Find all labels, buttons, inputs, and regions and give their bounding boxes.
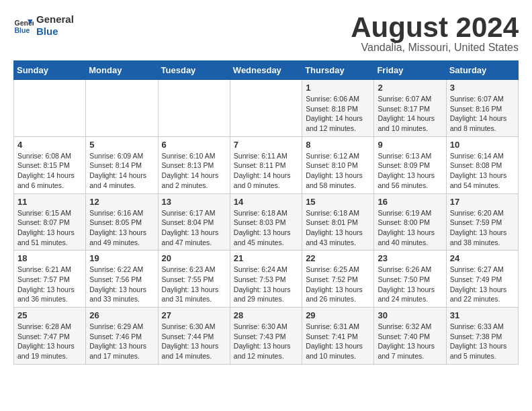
day-content: Sunrise: 6:22 AM Sunset: 7:56 PM Dayligh… xyxy=(89,265,154,304)
day-content: Sunrise: 6:16 AM Sunset: 8:05 PM Dayligh… xyxy=(89,208,154,248)
day-content: Sunrise: 6:08 AM Sunset: 8:15 PM Dayligh… xyxy=(17,151,82,191)
day-number: 30 xyxy=(378,310,442,320)
day-number: 10 xyxy=(450,140,515,150)
day-content: Sunrise: 6:26 AM Sunset: 7:50 PM Dayligh… xyxy=(378,265,442,304)
day-content: Sunrise: 6:27 AM Sunset: 7:49 PM Dayligh… xyxy=(450,265,515,304)
calendar-cell: 28Sunrise: 6:30 AM Sunset: 7:43 PM Dayli… xyxy=(230,308,302,365)
day-content: Sunrise: 6:20 AM Sunset: 7:59 PM Dayligh… xyxy=(450,208,515,248)
calendar-cell: 12Sunrise: 6:16 AM Sunset: 8:05 PM Dayli… xyxy=(86,193,158,250)
day-content: Sunrise: 6:30 AM Sunset: 7:43 PM Dayligh… xyxy=(234,322,298,361)
day-number: 20 xyxy=(162,253,226,263)
calendar-cell: 9Sunrise: 6:13 AM Sunset: 8:09 PM Daylig… xyxy=(374,136,446,193)
calendar-cell: 26Sunrise: 6:29 AM Sunset: 7:46 PM Dayli… xyxy=(86,308,158,365)
day-number: 27 xyxy=(162,310,226,320)
day-content: Sunrise: 6:24 AM Sunset: 7:53 PM Dayligh… xyxy=(234,265,298,304)
day-number: 26 xyxy=(89,310,154,320)
day-content: Sunrise: 6:18 AM Sunset: 8:03 PM Dayligh… xyxy=(234,208,298,248)
day-number: 24 xyxy=(450,253,515,263)
day-content: Sunrise: 6:14 AM Sunset: 8:08 PM Dayligh… xyxy=(450,151,515,191)
calendar-cell: 27Sunrise: 6:30 AM Sunset: 7:44 PM Dayli… xyxy=(158,308,230,365)
day-number: 22 xyxy=(306,253,370,263)
calendar-cell: 29Sunrise: 6:31 AM Sunset: 7:41 PM Dayli… xyxy=(302,308,374,365)
calendar-week-3: 11Sunrise: 6:15 AM Sunset: 8:07 PM Dayli… xyxy=(14,193,519,250)
calendar-cell: 16Sunrise: 6:19 AM Sunset: 8:00 PM Dayli… xyxy=(374,193,446,250)
day-content: Sunrise: 6:09 AM Sunset: 8:14 PM Dayligh… xyxy=(89,151,154,191)
calendar-week-2: 4Sunrise: 6:08 AM Sunset: 8:15 PM Daylig… xyxy=(14,136,519,193)
calendar-cell: 14Sunrise: 6:18 AM Sunset: 8:03 PM Dayli… xyxy=(230,193,302,250)
svg-text:Blue: Blue xyxy=(15,26,30,34)
day-content: Sunrise: 6:15 AM Sunset: 8:07 PM Dayligh… xyxy=(17,208,82,248)
calendar-cell: 5Sunrise: 6:09 AM Sunset: 8:14 PM Daylig… xyxy=(86,136,158,193)
logo-icon: General Blue xyxy=(13,15,34,36)
day-number: 11 xyxy=(17,197,82,207)
day-number: 21 xyxy=(234,253,298,263)
day-content: Sunrise: 6:06 AM Sunset: 8:18 PM Dayligh… xyxy=(306,94,370,134)
day-number: 14 xyxy=(234,197,298,207)
calendar-cell: 24Sunrise: 6:27 AM Sunset: 7:49 PM Dayli… xyxy=(446,250,518,308)
day-number: 7 xyxy=(234,140,298,150)
day-number: 13 xyxy=(162,197,226,207)
page-header: General Blue General Blue August 2024 Va… xyxy=(13,13,519,54)
day-number: 8 xyxy=(306,140,370,150)
day-number: 19 xyxy=(89,253,154,263)
calendar-cell: 6Sunrise: 6:10 AM Sunset: 8:13 PM Daylig… xyxy=(158,136,230,193)
day-number: 25 xyxy=(17,310,82,320)
day-content: Sunrise: 6:07 AM Sunset: 8:17 PM Dayligh… xyxy=(378,94,442,134)
day-number: 31 xyxy=(450,310,515,320)
day-number: 3 xyxy=(450,83,515,93)
calendar-cell: 8Sunrise: 6:12 AM Sunset: 8:10 PM Daylig… xyxy=(302,136,374,193)
weekday-header-friday: Friday xyxy=(374,61,446,80)
weekday-header-monday: Monday xyxy=(86,61,158,80)
day-content: Sunrise: 6:18 AM Sunset: 8:01 PM Dayligh… xyxy=(306,208,370,248)
day-number: 28 xyxy=(234,310,298,320)
day-content: Sunrise: 6:31 AM Sunset: 7:41 PM Dayligh… xyxy=(306,322,370,361)
day-content: Sunrise: 6:07 AM Sunset: 8:16 PM Dayligh… xyxy=(450,94,515,134)
calendar-table: SundayMondayTuesdayWednesdayThursdayFrid… xyxy=(13,60,519,365)
calendar-cell: 17Sunrise: 6:20 AM Sunset: 7:59 PM Dayli… xyxy=(446,193,518,250)
calendar-cell: 3Sunrise: 6:07 AM Sunset: 8:16 PM Daylig… xyxy=(446,80,518,137)
day-number: 9 xyxy=(378,140,442,150)
day-number: 1 xyxy=(306,83,370,93)
logo-blue: Blue xyxy=(36,26,74,38)
day-number: 6 xyxy=(162,140,226,150)
calendar-cell: 13Sunrise: 6:17 AM Sunset: 8:04 PM Dayli… xyxy=(158,193,230,250)
day-number: 15 xyxy=(306,197,370,207)
day-number: 16 xyxy=(378,197,442,207)
calendar-cell: 15Sunrise: 6:18 AM Sunset: 8:01 PM Dayli… xyxy=(302,193,374,250)
calendar-week-5: 25Sunrise: 6:28 AM Sunset: 7:47 PM Dayli… xyxy=(14,308,519,365)
location-title: Vandalia, Missouri, United States xyxy=(351,42,519,54)
calendar-cell: 25Sunrise: 6:28 AM Sunset: 7:47 PM Dayli… xyxy=(14,308,86,365)
calendar-cell: 7Sunrise: 6:11 AM Sunset: 8:11 PM Daylig… xyxy=(230,136,302,193)
calendar-cell: 2Sunrise: 6:07 AM Sunset: 8:17 PM Daylig… xyxy=(374,80,446,137)
day-number: 18 xyxy=(17,253,82,263)
calendar-week-4: 18Sunrise: 6:21 AM Sunset: 7:57 PM Dayli… xyxy=(14,250,519,308)
calendar-week-1: 1Sunrise: 6:06 AM Sunset: 8:18 PM Daylig… xyxy=(14,80,519,137)
day-content: Sunrise: 6:19 AM Sunset: 8:00 PM Dayligh… xyxy=(378,208,442,248)
day-number: 5 xyxy=(89,140,154,150)
calendar-cell: 4Sunrise: 6:08 AM Sunset: 8:15 PM Daylig… xyxy=(14,136,86,193)
calendar-cell xyxy=(86,80,158,137)
day-content: Sunrise: 6:13 AM Sunset: 8:09 PM Dayligh… xyxy=(378,151,442,191)
calendar-cell: 31Sunrise: 6:33 AM Sunset: 7:38 PM Dayli… xyxy=(446,308,518,365)
day-number: 29 xyxy=(306,310,370,320)
month-title: August 2024 xyxy=(351,13,519,42)
day-content: Sunrise: 6:11 AM Sunset: 8:11 PM Dayligh… xyxy=(234,151,298,191)
day-number: 23 xyxy=(378,253,442,263)
calendar-cell: 11Sunrise: 6:15 AM Sunset: 8:07 PM Dayli… xyxy=(14,193,86,250)
day-content: Sunrise: 6:29 AM Sunset: 7:46 PM Dayligh… xyxy=(89,322,154,361)
day-number: 12 xyxy=(89,197,154,207)
calendar-cell: 23Sunrise: 6:26 AM Sunset: 7:50 PM Dayli… xyxy=(374,250,446,308)
weekday-header-wednesday: Wednesday xyxy=(230,61,302,80)
calendar-cell: 20Sunrise: 6:23 AM Sunset: 7:55 PM Dayli… xyxy=(158,250,230,308)
calendar-cell: 21Sunrise: 6:24 AM Sunset: 7:53 PM Dayli… xyxy=(230,250,302,308)
calendar-cell: 19Sunrise: 6:22 AM Sunset: 7:56 PM Dayli… xyxy=(86,250,158,308)
weekday-header-thursday: Thursday xyxy=(302,61,374,80)
weekday-header-row: SundayMondayTuesdayWednesdayThursdayFrid… xyxy=(14,61,519,80)
logo: General Blue General Blue xyxy=(13,13,74,38)
day-content: Sunrise: 6:17 AM Sunset: 8:04 PM Dayligh… xyxy=(162,208,226,248)
logo-general: General xyxy=(36,13,74,26)
day-content: Sunrise: 6:10 AM Sunset: 8:13 PM Dayligh… xyxy=(162,151,226,191)
title-block: August 2024 Vandalia, Missouri, United S… xyxy=(351,13,519,54)
calendar-cell: 18Sunrise: 6:21 AM Sunset: 7:57 PM Dayli… xyxy=(14,250,86,308)
day-number: 4 xyxy=(17,140,82,150)
